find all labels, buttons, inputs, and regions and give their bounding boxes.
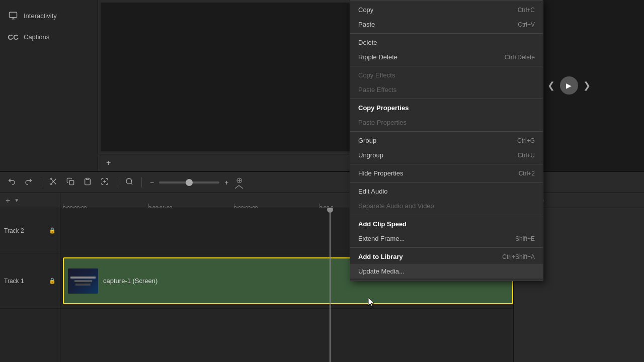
svg-point-9 bbox=[51, 178, 52, 179]
ctx-extend-frame-shortcut: Shift+E bbox=[515, 235, 535, 242]
ctx-delete[interactable]: Delete bbox=[350, 35, 543, 50]
timeline-body: + ▼ Track 2 🔒 Track 1 🔒 bbox=[0, 193, 644, 362]
ctx-paste-properties: Paste Properties bbox=[350, 115, 543, 130]
ctx-sep-3 bbox=[350, 99, 543, 99]
track2-lock-icon: 🔒 bbox=[49, 227, 56, 234]
clip-label: capture-1 (Screen) bbox=[103, 277, 157, 285]
toolbar-separator-3 bbox=[141, 177, 142, 188]
ctx-ripple-delete-label: Ripple Delete bbox=[358, 53, 397, 61]
track1-label: Track 1 bbox=[4, 278, 24, 285]
track-label-header: + ▼ bbox=[0, 193, 60, 208]
clip-thumb-bar-3 bbox=[75, 284, 91, 286]
ruler-mark-3: 0:00:0 bbox=[319, 204, 320, 208]
collapse-button[interactable]: ▼ bbox=[14, 198, 19, 203]
ctx-add-to-library-label: Add to Library bbox=[358, 253, 403, 260]
ctx-copy-shortcut: Ctrl+C bbox=[518, 7, 535, 14]
ctx-ungroup-label: Ungroup bbox=[358, 151, 383, 159]
next-button[interactable]: ❯ bbox=[583, 80, 591, 91]
snapping-icon: ⊕ bbox=[236, 175, 243, 185]
ctx-group-shortcut: Ctrl+G bbox=[517, 137, 535, 144]
cc-icon: CC bbox=[8, 31, 19, 42]
redo-button[interactable] bbox=[22, 176, 35, 189]
ctx-edit-audio[interactable]: Edit Audio bbox=[350, 184, 543, 199]
ctx-paste-properties-label: Paste Properties bbox=[358, 119, 407, 126]
toolbar-separator-1 bbox=[41, 177, 41, 188]
ctx-ungroup[interactable]: Ungroup Ctrl+U bbox=[350, 148, 543, 162]
sidebar-item-captions-label: Captions bbox=[24, 33, 49, 41]
paste-button[interactable] bbox=[81, 176, 94, 189]
playback-controls: ❮ ▶ ❯ bbox=[542, 71, 596, 100]
ctx-copy[interactable]: Copy Ctrl+C bbox=[350, 3, 543, 17]
undo-button[interactable] bbox=[5, 176, 18, 189]
ctx-sep-2 bbox=[350, 66, 543, 66]
ctx-ungroup-shortcut: Ctrl+U bbox=[518, 152, 535, 159]
ctx-sep-1 bbox=[350, 33, 543, 34]
ctx-paste[interactable]: Paste Ctrl+V bbox=[350, 17, 543, 32]
ctx-hide-properties-shortcut: Ctrl+2 bbox=[519, 170, 535, 177]
ctx-copy-effects-label: Copy Effects bbox=[358, 71, 395, 79]
ctx-hide-properties[interactable]: Hide Properties Ctrl+2 bbox=[350, 166, 543, 180]
ctx-group-label: Group bbox=[358, 137, 376, 144]
clip-thumb-bar-1 bbox=[70, 277, 96, 279]
monitor-icon bbox=[8, 10, 19, 21]
add-track-button[interactable]: + bbox=[4, 196, 12, 205]
zoom-in-button[interactable]: + bbox=[222, 177, 231, 188]
cut-button[interactable] bbox=[47, 176, 60, 189]
copy-button[interactable] bbox=[64, 176, 77, 189]
play-button[interactable]: ▶ bbox=[560, 76, 578, 95]
timeline-toolbar: − + ⊕ bbox=[0, 172, 644, 193]
ruler-mark-2: 0:00:02;00 bbox=[234, 204, 234, 208]
ctx-add-to-library[interactable]: Add to Library Ctrl+Shift+A bbox=[350, 249, 543, 264]
clip-thumb-content bbox=[68, 268, 98, 294]
ctx-sep-6 bbox=[350, 182, 543, 183]
track-label-track1: Track 1 🔒 bbox=[0, 253, 60, 309]
ctx-hide-properties-label: Hide Properties bbox=[358, 169, 404, 177]
zoom-controls: − + bbox=[147, 177, 231, 188]
ctx-sep-5 bbox=[350, 164, 543, 164]
timeline-area: − + ⊕ + ▼ Track 2 🔒 bbox=[0, 171, 644, 362]
sidebar-item-interactivity-label: Interactivity bbox=[24, 12, 57, 20]
ctx-edit-audio-label: Edit Audio bbox=[358, 188, 388, 195]
svg-point-8 bbox=[51, 184, 52, 185]
ctx-copy-properties-label: Copy Properties bbox=[358, 104, 409, 112]
ctx-add-clip-speed-label: Add Clip Speed bbox=[358, 220, 407, 228]
svg-rect-11 bbox=[86, 178, 89, 179]
ctx-paste-shortcut: Ctrl+V bbox=[518, 21, 535, 28]
ctx-separate-audio-label: Separate Audio and Video bbox=[358, 202, 434, 210]
sidebar-item-interactivity[interactable]: Interactivity bbox=[0, 5, 98, 26]
ctx-paste-label: Paste bbox=[358, 21, 375, 28]
clip-thumbnail bbox=[68, 268, 98, 294]
sidebar: Interactivity CC Captions bbox=[0, 0, 98, 171]
svg-rect-0 bbox=[10, 12, 17, 18]
ctx-paste-effects: Paste Effects bbox=[350, 82, 543, 97]
ctx-add-clip-speed[interactable]: Add Clip Speed bbox=[350, 217, 543, 231]
track-labels: + ▼ Track 2 🔒 Track 1 🔒 bbox=[0, 193, 60, 362]
zoom-out-button[interactable]: − bbox=[147, 177, 156, 188]
sidebar-item-captions[interactable]: CC Captions bbox=[0, 26, 98, 47]
ctx-copy-label: Copy bbox=[358, 6, 373, 14]
ctx-update-media-label: Update Media... bbox=[358, 267, 405, 275]
ctx-group[interactable]: Group Ctrl+G bbox=[350, 133, 543, 148]
app-container: Interactivity CC Captions + bbox=[0, 0, 644, 362]
add-media-button[interactable]: + bbox=[103, 157, 114, 169]
ctx-paste-effects-label: Paste Effects bbox=[358, 86, 396, 94]
context-menu: Copy Ctrl+C Paste Ctrl+V Delete Ripple D… bbox=[350, 0, 543, 281]
ctx-ripple-delete-shortcut: Ctrl+Delete bbox=[505, 54, 535, 61]
ctx-sep-7 bbox=[350, 215, 543, 215]
split-button[interactable] bbox=[98, 176, 111, 189]
prev-button[interactable]: ❮ bbox=[547, 80, 555, 91]
ctx-sep-8 bbox=[350, 247, 543, 248]
svg-point-12 bbox=[126, 178, 132, 184]
top-area: Interactivity CC Captions + bbox=[0, 0, 644, 171]
ctx-update-media[interactable]: Update Media... bbox=[350, 264, 543, 279]
ctx-ripple-delete[interactable]: Ripple Delete Ctrl+Delete bbox=[350, 50, 543, 64]
ctx-delete-label: Delete bbox=[358, 39, 377, 46]
ctx-extend-frame[interactable]: Extend Frame... Shift+E bbox=[350, 231, 543, 246]
track1-lock-icon: 🔒 bbox=[49, 278, 56, 284]
search-button[interactable] bbox=[123, 176, 136, 189]
ctx-sep-4 bbox=[350, 131, 543, 132]
ctx-copy-properties[interactable]: Copy Properties bbox=[350, 101, 543, 115]
ctx-add-to-library-shortcut: Ctrl+Shift+A bbox=[502, 253, 535, 260]
snapping-controls: ⊕ bbox=[235, 175, 243, 189]
zoom-slider[interactable] bbox=[159, 182, 219, 184]
